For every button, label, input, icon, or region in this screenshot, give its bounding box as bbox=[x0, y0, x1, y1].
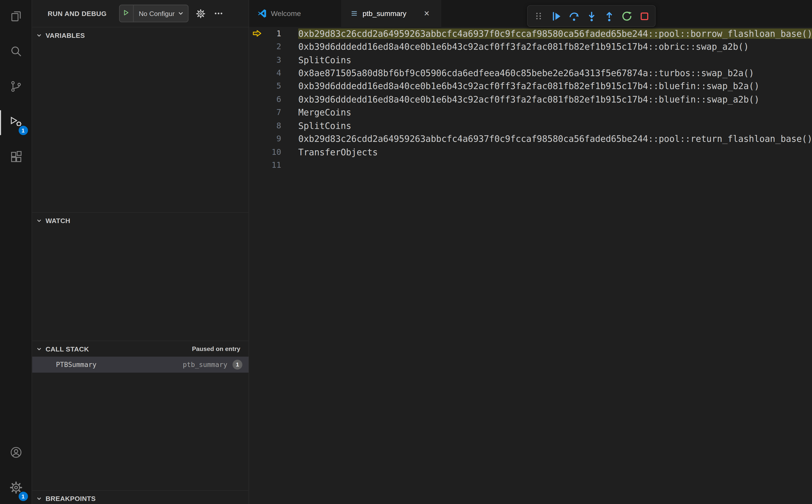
debug-config-control: No Configur bbox=[119, 5, 189, 22]
config-dropdown[interactable]: No Configur bbox=[134, 5, 178, 22]
vscode-logo-icon bbox=[257, 9, 267, 18]
watch-pane-header[interactable]: WATCH bbox=[32, 213, 248, 228]
activity-search[interactable] bbox=[0, 40, 32, 65]
debug-current-line-arrow-icon[interactable] bbox=[249, 95, 264, 103]
debug-current-line-arrow-icon[interactable] bbox=[249, 82, 264, 90]
code-text[interactable]: SplitCoins bbox=[298, 55, 812, 65]
debug-current-line-arrow-icon[interactable] bbox=[249, 109, 264, 116]
stop-button[interactable] bbox=[636, 6, 653, 26]
debug-current-line-arrow-icon[interactable] bbox=[249, 56, 264, 64]
activity-explorer[interactable] bbox=[0, 5, 32, 29]
code-line[interactable]: 4 0x8ae871505a80d8bf6bf9c05906cda6edfeea… bbox=[249, 66, 812, 80]
activity-extensions[interactable] bbox=[0, 145, 32, 170]
breakpoints-label: BREAKPOINTS bbox=[45, 495, 95, 502]
frame-count-badge: 1 bbox=[232, 360, 242, 369]
call-stack-label: CALL STACK bbox=[45, 345, 89, 353]
activity-run-and-debug[interactable]: 1 bbox=[0, 110, 32, 135]
step-out-button[interactable] bbox=[600, 6, 618, 26]
frame-source: ptb_summary bbox=[183, 361, 227, 369]
files-icon bbox=[9, 9, 23, 25]
code-line[interactable]: 1 0xb29d83c26cdd2a64959263abbcfc4a6937f0… bbox=[249, 27, 812, 40]
frame-name: PTBSummary bbox=[56, 361, 96, 369]
source-control-icon bbox=[9, 80, 23, 95]
code-line[interactable]: 6 0xb39d6dddedd16ed8a40ce0b1e6b43c92acf0… bbox=[249, 93, 812, 106]
line-number[interactable]: 10 bbox=[264, 147, 281, 157]
more-actions-icon[interactable] bbox=[214, 9, 223, 18]
file-list-icon bbox=[350, 9, 358, 18]
step-into-button[interactable] bbox=[583, 6, 600, 26]
restart-button[interactable] bbox=[618, 6, 635, 26]
vscode-window: 1 bbox=[0, 0, 812, 504]
line-number[interactable]: 3 bbox=[264, 55, 281, 64]
tab-label: ptb_summary bbox=[362, 9, 407, 18]
sidebar-header: RUN AND DEBUG No Configur bbox=[32, 0, 248, 27]
call-stack-pane-header[interactable]: CALL STACK Paused on entry bbox=[32, 341, 248, 357]
variables-pane: VARIABLES bbox=[32, 27, 248, 212]
chevron-down-icon bbox=[178, 5, 188, 22]
code-text[interactable]: 0xb39d6dddedd16ed8a40ce0b1e6b43c92acf0ff… bbox=[298, 81, 812, 91]
debug-current-line-arrow-icon[interactable] bbox=[249, 30, 264, 38]
code-line[interactable]: 7 MergeCoins bbox=[249, 106, 812, 119]
code-text[interactable]: 0xb39d6dddedd16ed8a40ce0b1e6b43c92acf0ff… bbox=[298, 94, 812, 105]
line-number[interactable]: 4 bbox=[264, 68, 281, 78]
code-editor: 1 0xb29d83c26cdd2a64959263abbcfc4a6937f0… bbox=[249, 27, 812, 504]
call-stack-body: PTBSummary ptb_summary 1 bbox=[32, 357, 248, 490]
stack-frame-row[interactable]: PTBSummary ptb_summary 1 bbox=[32, 357, 248, 373]
code-text[interactable]: 0xb29d83c26cdd2a64959263abbcfc4a6937f0c9… bbox=[298, 134, 812, 144]
settings-badge: 1 bbox=[18, 492, 28, 501]
breakpoints-pane-header[interactable]: BREAKPOINTS bbox=[32, 491, 248, 504]
code-line[interactable]: 8 SplitCoins bbox=[249, 119, 812, 132]
continue-button[interactable] bbox=[548, 6, 565, 26]
code-text[interactable]: TransferObjects bbox=[298, 147, 812, 157]
code-line[interactable]: 5 0xb39d6dddedd16ed8a40ce0b1e6b43c92acf0… bbox=[249, 80, 812, 93]
code-text[interactable]: MergeCoins bbox=[298, 107, 812, 118]
activity-source-control[interactable] bbox=[0, 75, 32, 100]
line-number[interactable]: 6 bbox=[264, 95, 281, 104]
line-number[interactable]: 9 bbox=[264, 134, 281, 144]
editor-area: Welcome ptb_summary × bbox=[249, 0, 812, 504]
watch-body bbox=[32, 228, 248, 341]
debug-current-line-arrow-icon[interactable] bbox=[249, 161, 264, 169]
code-text[interactable]: 0xb29d83c26cdd2a64959263abbcfc4a6937f0c9… bbox=[298, 28, 812, 39]
code-line[interactable]: 10 TransferObjects bbox=[249, 145, 812, 159]
line-number[interactable]: 8 bbox=[264, 121, 281, 130]
debug-current-line-arrow-icon[interactable] bbox=[249, 148, 264, 156]
line-number[interactable]: 5 bbox=[264, 81, 281, 91]
paused-status: Paused on entry bbox=[192, 345, 240, 352]
extensions-icon bbox=[9, 150, 23, 165]
debug-settings-gear-icon[interactable] bbox=[196, 9, 206, 19]
tab-welcome[interactable]: Welcome bbox=[249, 0, 342, 27]
code-text[interactable]: 0x8ae871505a80d8bf6bf9c05906cda6edfeea46… bbox=[298, 68, 812, 78]
line-number[interactable]: 1 bbox=[264, 29, 281, 38]
start-debug-button[interactable] bbox=[120, 5, 134, 22]
code-text[interactable]: SplitCoins bbox=[298, 121, 812, 131]
step-over-button[interactable] bbox=[565, 6, 583, 26]
code-line[interactable]: 9 0xb29d83c26cdd2a64959263abbcfc4a6937f0… bbox=[249, 132, 812, 145]
tab-ptb-summary[interactable]: ptb_summary × bbox=[342, 0, 441, 27]
variables-label: VARIABLES bbox=[45, 31, 85, 39]
variables-pane-header[interactable]: VARIABLES bbox=[32, 27, 248, 43]
debug-current-line-arrow-icon[interactable] bbox=[249, 43, 264, 51]
code-line[interactable]: 11 bbox=[249, 159, 812, 172]
debug-toolbar bbox=[527, 5, 656, 27]
code-line[interactable]: 3 SplitCoins bbox=[249, 53, 812, 66]
line-number[interactable]: 7 bbox=[264, 108, 281, 117]
line-number[interactable]: 2 bbox=[264, 42, 281, 52]
debug-current-line-arrow-icon[interactable] bbox=[249, 135, 264, 143]
close-icon[interactable]: × bbox=[421, 8, 433, 19]
watch-label: WATCH bbox=[45, 217, 70, 225]
run-and-debug-sidebar: RUN AND DEBUG No Configur bbox=[32, 0, 249, 504]
debug-current-line-arrow-icon[interactable] bbox=[249, 122, 264, 130]
chevron-down-icon bbox=[36, 218, 42, 223]
activity-bar: 1 bbox=[0, 0, 32, 504]
activity-accounts[interactable] bbox=[0, 441, 32, 466]
breakpoints-pane: BREAKPOINTS bbox=[32, 490, 248, 504]
code-text[interactable]: 0xb39d6dddedd16ed8a40ce0b1e6b43c92acf0ff… bbox=[298, 41, 812, 52]
code-line[interactable]: 2 0xb39d6dddedd16ed8a40ce0b1e6b43c92acf0… bbox=[249, 40, 812, 53]
activity-settings[interactable]: 1 bbox=[0, 476, 32, 501]
debug-current-line-arrow-icon[interactable] bbox=[249, 69, 264, 77]
search-icon bbox=[9, 44, 23, 60]
toolbar-drag-grip[interactable] bbox=[530, 6, 547, 26]
line-number[interactable]: 11 bbox=[264, 160, 281, 170]
chevron-down-icon bbox=[36, 496, 42, 501]
